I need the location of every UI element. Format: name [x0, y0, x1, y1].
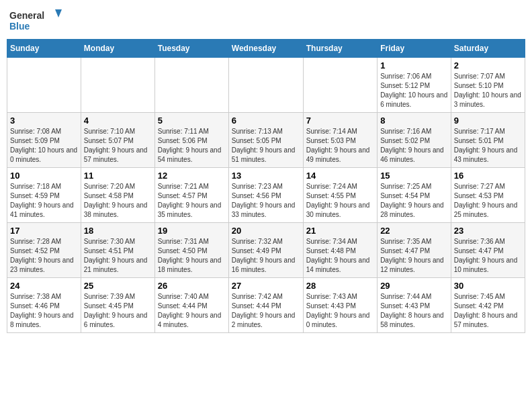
header-row: SundayMondayTuesdayWednesdayThursdayFrid… — [7, 40, 525, 58]
calendar-table: SundayMondayTuesdayWednesdayThursdayFrid… — [7, 39, 525, 333]
day-number: 5 — [158, 116, 226, 126]
day-cell: 28Sunrise: 7:43 AM Sunset: 4:43 PM Dayli… — [303, 278, 377, 333]
day-number: 11 — [84, 171, 152, 181]
day-cell: 25Sunrise: 7:39 AM Sunset: 4:45 PM Dayli… — [81, 278, 154, 333]
day-cell: 1Sunrise: 7:06 AM Sunset: 5:12 PM Daylig… — [378, 58, 451, 113]
svg-text:General: General — [9, 10, 44, 21]
day-number: 4 — [84, 116, 152, 126]
day-cell: 8Sunrise: 7:16 AM Sunset: 5:02 PM Daylig… — [378, 113, 451, 168]
day-info: Sunrise: 7:38 AM Sunset: 4:46 PM Dayligh… — [10, 292, 78, 330]
day-number: 19 — [158, 226, 226, 236]
day-cell: 10Sunrise: 7:18 AM Sunset: 4:59 PM Dayli… — [7, 168, 81, 223]
day-number: 12 — [158, 171, 226, 181]
svg-text:Blue: Blue — [9, 21, 30, 32]
day-cell: 5Sunrise: 7:11 AM Sunset: 5:06 PM Daylig… — [154, 113, 228, 168]
week-row-5: 24Sunrise: 7:38 AM Sunset: 4:46 PM Dayli… — [7, 278, 525, 333]
day-number: 10 — [10, 171, 78, 181]
day-cell: 30Sunrise: 7:45 AM Sunset: 4:42 PM Dayli… — [451, 278, 525, 333]
day-number: 26 — [158, 281, 226, 291]
day-cell: 13Sunrise: 7:23 AM Sunset: 4:56 PM Dayli… — [228, 168, 303, 223]
day-info: Sunrise: 7:42 AM Sunset: 4:44 PM Dayligh… — [232, 292, 300, 330]
day-info: Sunrise: 7:39 AM Sunset: 4:45 PM Dayligh… — [84, 292, 152, 330]
day-number: 23 — [454, 226, 522, 236]
day-number: 13 — [232, 171, 300, 181]
column-header-monday: Monday — [81, 40, 154, 58]
logo: General Blue — [9, 7, 63, 34]
week-row-2: 3Sunrise: 7:08 AM Sunset: 5:09 PM Daylig… — [7, 113, 525, 168]
day-number: 21 — [306, 226, 374, 236]
day-number: 17 — [10, 226, 78, 236]
day-number: 20 — [232, 226, 300, 236]
day-cell — [303, 58, 377, 113]
column-header-thursday: Thursday — [303, 40, 377, 58]
day-info: Sunrise: 7:45 AM Sunset: 4:42 PM Dayligh… — [454, 292, 522, 330]
day-info: Sunrise: 7:23 AM Sunset: 4:56 PM Dayligh… — [232, 182, 300, 220]
calendar-body: 1Sunrise: 7:06 AM Sunset: 5:12 PM Daylig… — [7, 58, 525, 333]
day-cell: 20Sunrise: 7:32 AM Sunset: 4:49 PM Dayli… — [228, 223, 303, 278]
day-info: Sunrise: 7:14 AM Sunset: 5:03 PM Dayligh… — [306, 127, 374, 165]
week-row-1: 1Sunrise: 7:06 AM Sunset: 5:12 PM Daylig… — [7, 58, 525, 113]
day-info: Sunrise: 7:13 AM Sunset: 5:05 PM Dayligh… — [232, 127, 300, 165]
day-info: Sunrise: 7:25 AM Sunset: 4:54 PM Dayligh… — [380, 182, 448, 220]
day-info: Sunrise: 7:36 AM Sunset: 4:47 PM Dayligh… — [454, 237, 522, 275]
day-cell: 2Sunrise: 7:07 AM Sunset: 5:10 PM Daylig… — [451, 58, 525, 113]
day-cell: 27Sunrise: 7:42 AM Sunset: 4:44 PM Dayli… — [228, 278, 303, 333]
column-header-wednesday: Wednesday — [228, 40, 303, 58]
day-cell — [81, 58, 154, 113]
day-info: Sunrise: 7:32 AM Sunset: 4:49 PM Dayligh… — [232, 237, 300, 275]
day-number: 9 — [454, 116, 522, 126]
day-number: 16 — [454, 171, 522, 181]
svg-marker-2 — [55, 9, 62, 17]
day-cell: 6Sunrise: 7:13 AM Sunset: 5:05 PM Daylig… — [228, 113, 303, 168]
day-info: Sunrise: 7:30 AM Sunset: 4:51 PM Dayligh… — [84, 237, 152, 275]
day-cell: 19Sunrise: 7:31 AM Sunset: 4:50 PM Dayli… — [154, 223, 228, 278]
day-number: 30 — [454, 281, 522, 291]
day-cell: 17Sunrise: 7:28 AM Sunset: 4:52 PM Dayli… — [7, 223, 81, 278]
day-number: 15 — [380, 171, 448, 181]
day-number: 25 — [84, 281, 152, 291]
day-info: Sunrise: 7:34 AM Sunset: 4:48 PM Dayligh… — [306, 237, 374, 275]
day-info: Sunrise: 7:10 AM Sunset: 5:07 PM Dayligh… — [84, 127, 152, 165]
day-cell: 3Sunrise: 7:08 AM Sunset: 5:09 PM Daylig… — [7, 113, 81, 168]
day-number: 18 — [84, 226, 152, 236]
column-header-friday: Friday — [378, 40, 451, 58]
day-info: Sunrise: 7:44 AM Sunset: 4:43 PM Dayligh… — [380, 292, 448, 330]
day-info: Sunrise: 7:06 AM Sunset: 5:12 PM Dayligh… — [380, 72, 448, 109]
page-header: General Blue — [7, 7, 525, 34]
day-cell: 7Sunrise: 7:14 AM Sunset: 5:03 PM Daylig… — [303, 113, 377, 168]
day-info: Sunrise: 7:17 AM Sunset: 5:01 PM Dayligh… — [454, 127, 522, 165]
day-number: 2 — [454, 60, 522, 71]
day-info: Sunrise: 7:40 AM Sunset: 4:44 PM Dayligh… — [158, 292, 226, 330]
day-info: Sunrise: 7:24 AM Sunset: 4:55 PM Dayligh… — [306, 182, 374, 220]
day-info: Sunrise: 7:43 AM Sunset: 4:43 PM Dayligh… — [306, 292, 374, 330]
day-cell: 4Sunrise: 7:10 AM Sunset: 5:07 PM Daylig… — [81, 113, 154, 168]
day-info: Sunrise: 7:20 AM Sunset: 4:58 PM Dayligh… — [84, 182, 152, 220]
day-cell: 14Sunrise: 7:24 AM Sunset: 4:55 PM Dayli… — [303, 168, 377, 223]
day-cell — [7, 58, 81, 113]
day-info: Sunrise: 7:11 AM Sunset: 5:06 PM Dayligh… — [158, 127, 226, 165]
day-cell: 21Sunrise: 7:34 AM Sunset: 4:48 PM Dayli… — [303, 223, 377, 278]
day-info: Sunrise: 7:27 AM Sunset: 4:53 PM Dayligh… — [454, 182, 522, 220]
day-info: Sunrise: 7:16 AM Sunset: 5:02 PM Dayligh… — [380, 127, 448, 165]
day-info: Sunrise: 7:35 AM Sunset: 4:47 PM Dayligh… — [380, 237, 448, 275]
day-cell: 11Sunrise: 7:20 AM Sunset: 4:58 PM Dayli… — [81, 168, 154, 223]
logo-svg: General Blue — [9, 7, 63, 34]
day-info: Sunrise: 7:08 AM Sunset: 5:09 PM Dayligh… — [10, 127, 78, 165]
day-info: Sunrise: 7:18 AM Sunset: 4:59 PM Dayligh… — [10, 182, 78, 220]
column-header-saturday: Saturday — [451, 40, 525, 58]
day-cell: 29Sunrise: 7:44 AM Sunset: 4:43 PM Dayli… — [378, 278, 451, 333]
day-cell — [228, 58, 303, 113]
day-number: 14 — [306, 171, 374, 181]
calendar-header: SundayMondayTuesdayWednesdayThursdayFrid… — [7, 40, 525, 58]
day-info: Sunrise: 7:28 AM Sunset: 4:52 PM Dayligh… — [10, 237, 78, 275]
day-number: 3 — [10, 116, 78, 126]
day-cell: 9Sunrise: 7:17 AM Sunset: 5:01 PM Daylig… — [451, 113, 525, 168]
day-cell — [154, 58, 228, 113]
column-header-sunday: Sunday — [7, 40, 81, 58]
day-info: Sunrise: 7:31 AM Sunset: 4:50 PM Dayligh… — [158, 237, 226, 275]
day-number: 24 — [10, 281, 78, 291]
day-info: Sunrise: 7:21 AM Sunset: 4:57 PM Dayligh… — [158, 182, 226, 220]
day-number: 28 — [306, 281, 374, 291]
day-number: 8 — [380, 116, 448, 126]
column-header-tuesday: Tuesday — [154, 40, 228, 58]
